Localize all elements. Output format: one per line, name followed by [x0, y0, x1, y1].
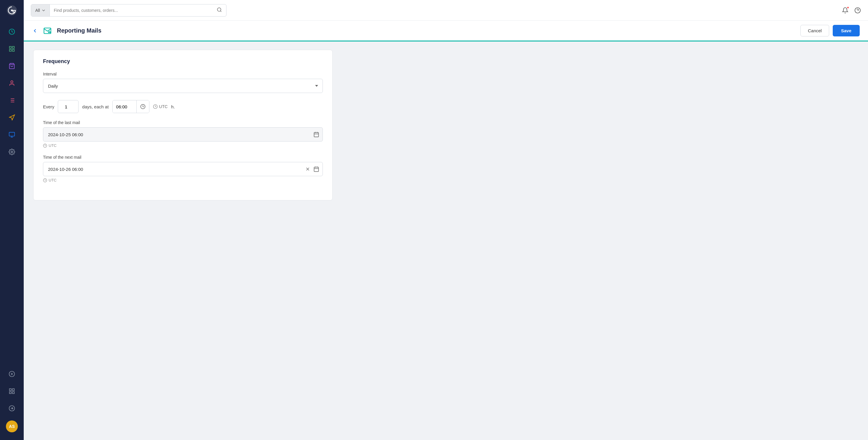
clock-icon — [140, 104, 146, 109]
layouts-icon — [9, 45, 15, 52]
next-mail-group: Time of the next mail — [43, 155, 323, 182]
svg-rect-6 — [12, 49, 14, 51]
header-actions: Cancel Save — [800, 25, 860, 36]
settings-icon — [9, 149, 15, 155]
last-mail-input[interactable] — [43, 127, 323, 141]
utc-label-3: UTC — [49, 178, 57, 182]
megaphone-icon — [9, 114, 15, 121]
logo-icon — [6, 5, 17, 16]
search-container: All — [31, 4, 226, 16]
every-label: Every — [43, 104, 54, 109]
topbar-right — [842, 7, 861, 13]
page-title: Reporting Mails — [57, 27, 101, 34]
content-header: Reporting Mails Cancel Save — [24, 21, 868, 41]
integration-icon — [9, 132, 15, 138]
page-content: Frequency Interval Daily Weekly Monthly … — [24, 41, 868, 440]
svg-rect-23 — [12, 389, 14, 391]
notification-dot — [847, 6, 849, 9]
interval-group: Interval Daily Weekly Monthly — [43, 72, 323, 93]
interval-label: Interval — [43, 72, 323, 76]
frequency-card: Frequency Interval Daily Weekly Monthly … — [33, 50, 333, 200]
sidebar: AS — [0, 0, 24, 440]
svg-rect-42 — [314, 167, 319, 171]
search-all-button[interactable]: All — [31, 4, 50, 16]
next-mail-input-wrapper — [43, 162, 323, 176]
utc-label-2: UTC — [49, 143, 57, 148]
sidebar-item-megaphone[interactable] — [0, 109, 24, 126]
sidebar-item-settings[interactable] — [0, 144, 24, 160]
avatar[interactable]: AS — [6, 420, 18, 432]
clear-icon — [305, 166, 310, 172]
sidebar-item-integration[interactable] — [0, 127, 24, 143]
days-suffix: days, each at — [82, 104, 108, 109]
utc-clock-2-icon — [43, 144, 47, 148]
notification-button[interactable] — [842, 7, 848, 13]
page-icon-box — [42, 26, 53, 36]
time-picker-button[interactable] — [136, 100, 149, 113]
svg-point-1 — [11, 9, 13, 11]
svg-rect-4 — [12, 46, 14, 48]
sidebar-item-grid[interactable] — [0, 383, 24, 399]
next-mail-utc: UTC — [43, 178, 323, 182]
sidebar-item-layouts[interactable] — [0, 41, 24, 57]
svg-point-8 — [11, 81, 13, 83]
svg-point-18 — [11, 151, 13, 153]
utc-label: UTC — [159, 104, 168, 109]
reports-icon — [9, 97, 15, 104]
days-input[interactable] — [58, 100, 79, 113]
svg-rect-24 — [9, 392, 11, 394]
svg-rect-35 — [314, 132, 319, 137]
svg-point-28 — [217, 8, 221, 11]
last-mail-input-wrapper — [43, 127, 323, 141]
svg-rect-3 — [9, 46, 11, 48]
sidebar-logo — [0, 0, 24, 21]
content-header-left: Reporting Mails — [32, 26, 101, 36]
search-input[interactable] — [50, 8, 213, 13]
time-input[interactable] — [113, 100, 136, 113]
back-button[interactable] — [32, 28, 38, 34]
reporting-mail-icon — [43, 27, 52, 35]
interval-select[interactable]: Daily Weekly Monthly — [43, 79, 323, 93]
sidebar-item-customers[interactable] — [0, 75, 24, 91]
search-all-label: All — [35, 8, 40, 13]
cancel-button[interactable]: Cancel — [800, 25, 829, 36]
help-icon — [855, 7, 861, 13]
sidebar-item-reports[interactable] — [0, 92, 24, 108]
sidebar-item-orders[interactable] — [0, 58, 24, 74]
utc-clock-icon — [153, 104, 158, 109]
svg-rect-22 — [9, 389, 11, 391]
search-button[interactable] — [213, 7, 226, 13]
help-button[interactable] — [855, 7, 861, 13]
back-icon — [32, 28, 38, 34]
add-icon — [9, 371, 15, 377]
main-area: All — [24, 0, 868, 440]
utc-badge: UTC — [153, 104, 168, 109]
sidebar-item-arrow[interactable] — [0, 400, 24, 416]
chevron-down-icon — [42, 9, 45, 12]
next-mail-input[interactable] — [43, 162, 323, 176]
arrow-right-icon — [9, 405, 15, 412]
last-mail-label: Time of the last mail — [43, 120, 323, 125]
last-mail-calendar-button[interactable] — [313, 132, 319, 137]
search-icon — [217, 7, 222, 12]
interval-row: Every days, each at UTC — [43, 100, 323, 113]
grid-icon — [9, 388, 15, 395]
sidebar-bottom: AS — [0, 366, 24, 440]
calendar-icon-2 — [313, 166, 319, 172]
sidebar-item-add[interactable] — [0, 366, 24, 382]
orders-icon — [9, 63, 15, 69]
next-mail-clear-button[interactable] — [305, 166, 310, 172]
sidebar-item-dashboard[interactable] — [0, 24, 24, 40]
save-button[interactable]: Save — [833, 25, 860, 36]
last-mail-utc: UTC — [43, 143, 323, 148]
next-mail-calendar-button[interactable] — [313, 166, 319, 172]
card-title: Frequency — [43, 58, 323, 65]
last-mail-group: Time of the last mail UTC — [43, 120, 323, 148]
topbar: All — [24, 0, 868, 21]
time-input-wrapper — [112, 100, 149, 113]
interval-select-wrapper: Daily Weekly Monthly — [43, 79, 323, 93]
sidebar-nav — [0, 21, 24, 366]
svg-line-29 — [220, 11, 221, 11]
svg-rect-15 — [9, 132, 14, 136]
utc-clock-3-icon — [43, 178, 47, 182]
